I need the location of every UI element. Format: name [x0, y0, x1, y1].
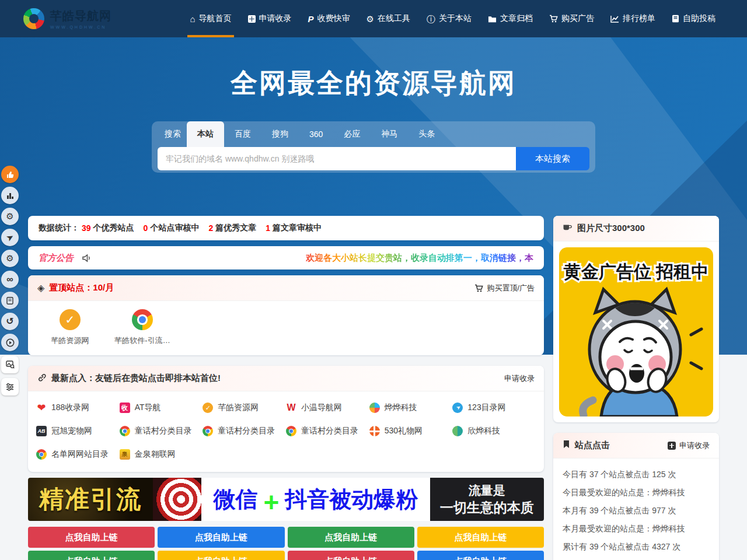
site-link[interactable]: 泉 金泉翱联网	[120, 443, 203, 466]
dartboard-banner-image[interactable]	[153, 478, 201, 521]
site-link[interactable]: 烨烨科技	[369, 396, 453, 419]
search-input[interactable]	[158, 147, 516, 170]
nav-item-about[interactable]: ⓘ 关于本站	[418, 0, 480, 37]
site-link[interactable]: 童话村分类目录	[286, 419, 369, 443]
colorful-dots-icon	[369, 402, 380, 413]
apply-listing-link[interactable]: 申请收录	[504, 373, 535, 384]
buy-pinned-ad-link[interactable]: 购买置顶/广告	[474, 283, 535, 293]
tab-shenma[interactable]: 神马	[371, 121, 408, 147]
site-link[interactable]: W 小温导航网	[286, 396, 369, 419]
tools-gear-button[interactable]: ⚙	[1, 250, 19, 267]
banner-ad-traffic[interactable]: 精准引流	[28, 478, 153, 521]
infinity-icon: ∞	[6, 275, 13, 284]
stat-label: 个优秀站点	[93, 223, 134, 233]
site-link[interactable]: 童话村分类目录	[203, 419, 286, 443]
apply-listing-link[interactable]: 申请收录	[668, 440, 710, 451]
stat-label: 篇文章审核中	[273, 223, 322, 233]
site-logo[interactable]: 芊皓导航网 WWW.QHDHW.CN	[23, 8, 111, 29]
site-link[interactable]: 童话村分类目录	[120, 419, 203, 443]
undo-button[interactable]: ↺	[1, 313, 19, 330]
nav-item-archive[interactable]: 文章归档	[480, 0, 541, 37]
infinity-button[interactable]: ∞	[1, 271, 19, 288]
clicks-stat-line: 累计有 39 个站点被点击 4327 次	[563, 538, 710, 556]
nav-label: 申请收录	[259, 13, 292, 24]
tab-toutiao[interactable]: 头条	[408, 121, 445, 147]
search-engine-tabs: 搜索 本站 百度 搜狗 360 必应 神马 头条	[152, 121, 595, 147]
info-icon: ⓘ	[427, 15, 435, 23]
telegram-icon: ➤	[452, 402, 463, 413]
nav-item-submit-post[interactable]: 自助投稿	[664, 0, 724, 37]
nav-item-paid-review[interactable]: P 收费快审	[300, 0, 358, 37]
nav-item-home[interactable]: ⌂ 导航首页	[181, 0, 239, 37]
self-link-button[interactable]: 点我自助上链	[28, 527, 155, 548]
nav-item-tools[interactable]: ⚙ 在线工具	[358, 0, 418, 37]
paypal-icon: P	[308, 15, 314, 23]
bar-chart-button[interactable]	[1, 187, 19, 204]
tab-baidu[interactable]: 百度	[224, 121, 261, 147]
send-button[interactable]: ➤	[1, 229, 19, 246]
thumbs-up-button[interactable]	[1, 166, 19, 183]
self-link-button[interactable]: 点我自助上链	[417, 551, 544, 560]
chrome-icon	[36, 449, 47, 460]
tab-bing[interactable]: 必应	[333, 121, 371, 147]
self-link-button[interactable]: 点我自助上链	[158, 527, 284, 548]
nav-item-ranking[interactable]: 排行榜单	[602, 0, 664, 37]
site-link[interactable]: AB 冠旭宠物网	[36, 419, 120, 443]
self-link-button[interactable]: 点我自助上链	[417, 527, 544, 548]
self-link-button[interactable]: 点我自助上链	[288, 527, 414, 548]
paper-plane-icon: ➤	[4, 231, 16, 244]
shou-badge-icon: 收	[120, 402, 130, 413]
site-clicks-card: 站点点击 申请收录 今日有 37 个站点被点击 125 次 今日最受欢迎的站点是…	[553, 433, 719, 560]
banner-ad-business[interactable]: 流量是 一切生意的本质	[430, 478, 544, 521]
play-circle-icon	[6, 338, 15, 347]
announcement-marquee-text[interactable]: 欢迎各大小站长提交贵站，收录自动排第一，取消链接，本	[306, 253, 533, 264]
tab-this-site[interactable]: 本站	[187, 121, 224, 147]
heart-icon: ❤	[36, 402, 47, 413]
sliders-icon	[6, 383, 14, 391]
tab-sogou[interactable]: 搜狗	[261, 121, 299, 147]
site-link[interactable]: 530礼物网	[369, 419, 453, 443]
ad-slot-card: 图片尺寸300*300 黄金广告位 招租中	[553, 216, 719, 422]
sliders-button[interactable]	[1, 378, 19, 396]
site-link[interactable]: ✓ 芊皓资源网	[203, 396, 286, 419]
self-link-button[interactable]: 点我自助上链	[288, 551, 414, 560]
nav-item-buy-ads[interactable]: 购买广告	[541, 0, 602, 37]
site-link[interactable]: 收 AT导航	[120, 396, 203, 419]
search-button[interactable]: 本站搜索	[516, 147, 589, 170]
image-search-button[interactable]	[1, 356, 19, 373]
site-link-label: 金泉翱联网	[135, 449, 176, 460]
site-link-label: 冠旭宠物网	[51, 426, 92, 436]
nav-item-apply[interactable]: 申请收录	[240, 0, 300, 37]
chrome-icon	[286, 426, 296, 436]
site-link[interactable]: ❤ 188收录网	[36, 396, 120, 419]
self-link-buttons: 点我自助上链 点我自助上链 点我自助上链 点我自助上链 点我自助上链 点我自助上…	[28, 527, 544, 560]
site-link-label: 童话村分类目录	[301, 426, 358, 436]
announcement-bar: 官方公告 欢迎各大小站长提交贵站，收录自动排第一，取消链接，本	[28, 246, 544, 270]
pinned-site-tile[interactable]: 芊皓软件-引流…	[106, 309, 179, 346]
banner-text: 一切生意的本质	[440, 499, 534, 517]
play-button[interactable]	[1, 334, 19, 351]
plus-square-icon	[248, 15, 256, 23]
tab-360[interactable]: 360	[299, 121, 333, 147]
folder-icon	[488, 15, 497, 23]
pinned-site-tile[interactable]: ✓ 芊皓资源网	[34, 309, 106, 346]
self-link-button[interactable]: 点我自助上链	[158, 551, 284, 560]
chrome-icon	[203, 426, 213, 436]
ad-meme-image[interactable]: 黄金广告位 招租中	[559, 247, 713, 416]
ad-headline-text: 黄金广告位 招租中	[563, 262, 708, 281]
self-link-button[interactable]: 点我自助上链	[28, 551, 155, 560]
nav-label: 收费快审	[317, 13, 350, 24]
site-link[interactable]: 名单网网站目录	[36, 443, 120, 466]
journal-button[interactable]	[1, 292, 19, 309]
site-link-label: 芊皓资源网	[218, 402, 259, 413]
settings-gear-button[interactable]: ⚙	[1, 208, 19, 225]
banner-ad-strip: 精准引流 微信 + 抖音被动爆粉 流量是 一切生意的本质	[28, 478, 544, 521]
site-link-label: 小温导航网	[301, 402, 342, 413]
badge-check-icon: ✓	[60, 309, 81, 330]
site-link[interactable]: 欣烨科技	[452, 419, 536, 443]
site-link[interactable]: ➤ 123目录网	[452, 396, 536, 419]
site-title: 芊皓导航网	[50, 8, 111, 24]
banner-ad-wechat-douyin[interactable]: 微信 + 抖音被动爆粉	[201, 478, 430, 521]
site-link-label: 530礼物网	[385, 426, 423, 436]
stat-label: 个站点审核中	[150, 223, 199, 233]
